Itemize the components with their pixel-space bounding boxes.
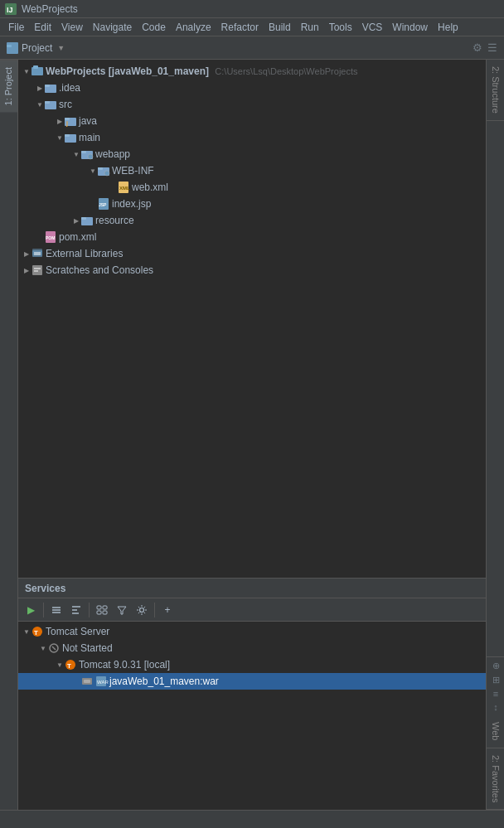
title-bar: IJ WebProjects bbox=[0, 0, 504, 18]
webxml-label: web.xml bbox=[132, 182, 168, 193]
svg-line-51 bbox=[52, 646, 56, 650]
svg-rect-16 bbox=[81, 151, 86, 153]
svg-point-20 bbox=[104, 171, 109, 176]
menu-build[interactable]: Build bbox=[264, 20, 296, 35]
webinf-label: WEB-INF bbox=[112, 165, 154, 177]
run-button[interactable]: ▶ bbox=[22, 601, 40, 619]
menu-run[interactable]: Run bbox=[296, 20, 324, 35]
tomcat-instance-icon: T bbox=[65, 659, 76, 671]
root-label: WebProjects [javaWeb_01_maven] C:\Users\… bbox=[46, 65, 358, 77]
project-header: Project ▼ ⚙ ☰ bbox=[0, 36, 504, 60]
tree-node-webinf[interactable]: WEB-INF bbox=[18, 162, 486, 179]
menu-edit[interactable]: Edit bbox=[29, 20, 56, 35]
tree-node-webapp[interactable]: webapp bbox=[18, 146, 486, 162]
menu-analyze[interactable]: Analyze bbox=[171, 20, 216, 35]
arrow-artifact bbox=[71, 676, 81, 686]
services-node-not-started[interactable]: Not Started bbox=[18, 640, 486, 656]
folder-icon-idea bbox=[45, 82, 56, 94]
webapp-label: webapp bbox=[95, 148, 130, 160]
right-sidebar-icon-1[interactable]: ⊕ bbox=[492, 661, 500, 671]
settings-icon[interactable]: ⚙ bbox=[472, 41, 482, 54]
arrow-main bbox=[55, 133, 65, 143]
filter-button[interactable] bbox=[113, 601, 131, 619]
arrow-tomcat-group bbox=[22, 627, 32, 637]
project-dropdown-arrow[interactable]: ▼ bbox=[57, 44, 65, 52]
arrow-java bbox=[55, 116, 65, 126]
maven-icon: POM bbox=[45, 231, 56, 243]
project-tree-panel: WebProjects [javaWeb_01_maven] C:\Users\… bbox=[18, 60, 486, 578]
idea-label: .idea bbox=[59, 82, 80, 94]
artifact-icon-1 bbox=[81, 675, 93, 687]
arrow-extlibs bbox=[22, 249, 32, 259]
add-service-button[interactable]: + bbox=[158, 601, 177, 619]
svg-rect-33 bbox=[32, 265, 42, 275]
not-started-icon bbox=[48, 642, 60, 654]
services-node-tomcat-instance[interactable]: T Tomcat 9.0.31 [local] bbox=[18, 656, 486, 673]
svg-text:T: T bbox=[34, 629, 38, 637]
svg-text:WAR: WAR bbox=[97, 680, 109, 685]
app-title: WebProjects bbox=[22, 3, 78, 15]
menu-code[interactable]: Code bbox=[137, 20, 171, 35]
svg-rect-3 bbox=[7, 45, 12, 47]
settings-services-button[interactable] bbox=[133, 601, 151, 619]
right-sidebar-icon-2[interactable]: ⊞ bbox=[492, 675, 500, 685]
tree-node-idea[interactable]: .idea bbox=[18, 80, 486, 96]
services-header: Services bbox=[18, 579, 486, 598]
extlibs-label: External Libraries bbox=[46, 248, 123, 259]
menu-navigate[interactable]: Navigate bbox=[88, 20, 137, 35]
indexjsp-label: index.jsp bbox=[112, 198, 151, 210]
menu-file[interactable]: File bbox=[3, 20, 29, 35]
svg-rect-55 bbox=[84, 680, 90, 683]
svg-marker-46 bbox=[118, 607, 126, 614]
svg-rect-7 bbox=[45, 85, 50, 87]
arrow-webxml bbox=[108, 182, 118, 192]
arrow-webinf bbox=[88, 166, 98, 176]
menu-refactor[interactable]: Refactor bbox=[216, 20, 264, 35]
menu-help[interactable]: Help bbox=[433, 20, 463, 35]
menu-tools[interactable]: Tools bbox=[324, 20, 357, 35]
collapse-all-button[interactable] bbox=[67, 601, 85, 619]
group-button[interactable] bbox=[93, 601, 111, 619]
sidebar-tab-project[interactable]: 1: Project bbox=[0, 60, 17, 112]
left-sidebar: 1: Project bbox=[0, 60, 18, 810]
menu-window[interactable]: Window bbox=[387, 20, 433, 35]
right-sidebar-icon-3[interactable]: ≡ bbox=[493, 689, 498, 699]
services-node-artifact[interactable]: WAR javaWeb_01_maven:war bbox=[18, 673, 486, 690]
tree-node-main[interactable]: main bbox=[18, 129, 486, 146]
right-tab-web[interactable]: Web bbox=[487, 715, 504, 748]
svg-text:T: T bbox=[67, 662, 71, 670]
right-sidebar-icon-4[interactable]: ↕ bbox=[493, 702, 498, 712]
arrow-src bbox=[35, 99, 45, 109]
tree-node-root[interactable]: WebProjects [javaWeb_01_maven] C:\Users\… bbox=[18, 63, 486, 80]
menu-view[interactable]: View bbox=[56, 20, 88, 35]
tree-node-src[interactable]: src bbox=[18, 96, 486, 113]
tree-node-resource[interactable]: resource bbox=[18, 212, 486, 229]
tree-node-scratches[interactable]: Scratches and Consoles bbox=[18, 262, 486, 278]
extlibs-icon bbox=[32, 248, 43, 259]
right-sidebar: 2: Structure ⊕ ⊞ ≡ ↕ Web 2: Favorites bbox=[486, 60, 504, 810]
right-tab-structure[interactable]: 2: Structure bbox=[487, 60, 504, 121]
arrow-webapp bbox=[71, 149, 81, 159]
arrow-idea bbox=[35, 83, 45, 93]
tree-node-java[interactable]: j java bbox=[18, 113, 486, 129]
gear-icon[interactable]: ☰ bbox=[487, 41, 497, 54]
arrow-indexjsp bbox=[88, 199, 98, 209]
scratch-icon bbox=[32, 264, 43, 276]
tomcat-group-label: Tomcat Server bbox=[46, 626, 109, 637]
right-tab-favorites[interactable]: 2: Favorites bbox=[487, 748, 504, 810]
services-panel: Services ▶ bbox=[18, 578, 486, 810]
tree-node-pomxml[interactable]: POM pom.xml bbox=[18, 229, 486, 245]
expand-all-button[interactable] bbox=[47, 601, 65, 619]
arrow-pomxml bbox=[35, 232, 45, 242]
tree-node-webxml[interactable]: XML web.xml bbox=[18, 179, 486, 196]
svg-point-17 bbox=[88, 154, 93, 159]
project-dropdown[interactable]: Project bbox=[22, 42, 52, 54]
tree-node-indexjsp[interactable]: JSP index.jsp bbox=[18, 196, 486, 212]
svg-text:JSP: JSP bbox=[99, 202, 107, 207]
menu-vcs[interactable]: VCS bbox=[357, 20, 388, 35]
tomcat-group-icon: T bbox=[32, 626, 43, 637]
services-node-tomcat-group[interactable]: T Tomcat Server bbox=[18, 623, 486, 640]
sep1 bbox=[43, 603, 44, 617]
main-layout: 1: Project WebProjects [javaWeb_01_maven… bbox=[0, 60, 504, 810]
tree-node-extlibs[interactable]: External Libraries bbox=[18, 245, 486, 262]
